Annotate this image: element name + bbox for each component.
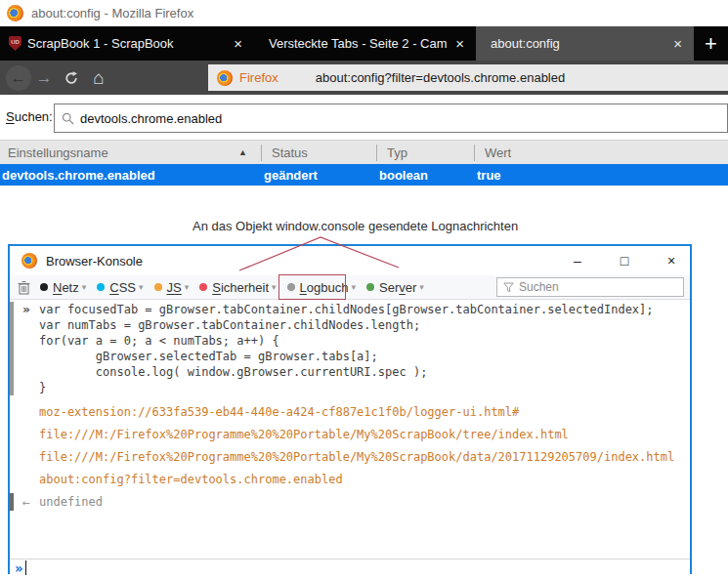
result-value: undefined	[39, 495, 103, 509]
result-arrow-icon: ←	[14, 495, 39, 510]
column-header-wert[interactable]: Wert	[474, 145, 728, 161]
echoed-code-line: for(var a = 0; a < numTabs; a++) {	[39, 333, 654, 349]
chevron-down-icon: ▾	[351, 282, 356, 292]
console-filter-logbuch[interactable]: Logbuch▾	[287, 280, 356, 295]
tab-close-icon[interactable]: ×	[670, 35, 685, 52]
echoed-code-line: }	[39, 380, 654, 395]
console-filter-netz[interactable]: Netz▾	[40, 280, 86, 295]
browser-console-window: Browser-Konsole – □ × Netz▾CSS▾JS▾Sicher…	[8, 244, 692, 574]
tab-bar: UD ScrapBook 1 - ScrapBook × Versteckte …	[0, 26, 728, 61]
back-button[interactable]: ←	[6, 65, 31, 91]
navigation-toolbar: ← → ⌂ Firefox about:config?filter=devtoo…	[0, 61, 728, 95]
echoed-code-line: gBrowser.selectedTab = gBrowser.tabs[a];	[39, 349, 654, 364]
config-table-header: Einstellungsname ▲ Status Typ Wert	[0, 140, 728, 164]
column-header-typ[interactable]: Typ	[376, 145, 474, 161]
reload-button[interactable]	[59, 65, 84, 91]
pref-name: devtools.chrome.enabled	[0, 168, 261, 183]
minimize-button[interactable]: –	[567, 253, 588, 269]
chevron-down-icon: ▾	[185, 282, 190, 292]
filter-label: Server	[379, 280, 416, 295]
firefox-icon	[21, 253, 37, 269]
console-messages: » var focusedTab = gBrowser.tabContainer…	[10, 300, 690, 576]
column-header-status[interactable]: Status	[261, 145, 376, 161]
console-log-message[interactable]: file:///M:/Firefox%20Programme%20%20Port…	[10, 424, 690, 446]
annotation-text: An das Objekt window.console gesendete L…	[193, 219, 518, 233]
console-titlebar[interactable]: Browser-Konsole – □ ×	[10, 246, 690, 275]
window-titlebar: about:config - Mozilla Firefox	[0, 0, 728, 26]
input-echo-prompt-icon: »	[14, 302, 39, 395]
filter-color-dot-icon	[366, 283, 374, 291]
console-input-echo: » var focusedTab = gBrowser.tabContainer…	[10, 302, 690, 395]
pref-value: true	[474, 168, 728, 183]
console-log-output: moz-extension://633fa539-eb44-440e-a424-…	[10, 401, 690, 491]
sort-asc-icon: ▲	[238, 147, 247, 157]
tab-versteckte-tabs[interactable]: Versteckte Tabs - Seite 2 - Camp Fir ×	[254, 26, 476, 61]
echoed-code-line: var focusedTab = gBrowser.tabContainer.c…	[39, 302, 654, 317]
column-header-name[interactable]: Einstellungsname ▲	[0, 145, 261, 161]
console-filter-buttons: Netz▾CSS▾JS▾Sicherheit▾Logbuch▾Server▾	[40, 280, 424, 295]
console-input-line[interactable]: »	[10, 559, 690, 576]
console-result-row: ← undefined	[10, 493, 690, 511]
url-bar[interactable]: Firefox about:config?filter=devtools.chr…	[208, 64, 728, 91]
tab-label: ScrapBook 1 - ScrapBook	[27, 36, 225, 51]
home-button[interactable]: ⌂	[86, 65, 111, 91]
console-filter-server[interactable]: Server▾	[366, 280, 424, 295]
config-search-label: Suchen:	[6, 109, 53, 124]
filter-label: CSS	[109, 280, 136, 295]
window-title: about:config - Mozilla Firefox	[31, 6, 193, 21]
tab-label: Versteckte Tabs - Seite 2 - Camp Fir	[269, 36, 447, 51]
echoed-code-line: console.log( window.gBrowser.currentURI.…	[39, 364, 654, 380]
new-tab-button[interactable]: +	[694, 26, 728, 61]
console-prompt-icon: »	[15, 560, 22, 576]
console-filter-css[interactable]: CSS▾	[97, 280, 143, 295]
filter-color-dot-icon	[287, 283, 295, 291]
tab-about-config-active[interactable]: about:config ×	[476, 26, 694, 61]
echoed-code-line: var numTabs = gBrowser.tabContainer.chil…	[39, 317, 654, 333]
tab-close-icon[interactable]: ×	[452, 35, 467, 52]
trash-icon[interactable]	[18, 280, 30, 295]
console-filter-sicherheit[interactable]: Sicherheit▾	[199, 280, 276, 295]
url-text[interactable]: about:config?filter=devtools.chrome.enab…	[316, 70, 565, 85]
chevron-down-icon: ▾	[139, 282, 144, 292]
console-filter-js[interactable]: JS▾	[154, 280, 190, 295]
filter-color-dot-icon	[199, 283, 207, 291]
reload-icon	[64, 70, 79, 86]
filter-funnel-icon	[503, 282, 514, 293]
firefox-badge-icon	[217, 70, 233, 86]
console-search-input[interactable]	[519, 280, 675, 294]
tab-close-icon[interactable]: ×	[231, 35, 245, 52]
filter-color-dot-icon	[97, 283, 105, 291]
search-icon	[62, 112, 74, 125]
chevron-down-icon: ▾	[419, 282, 424, 292]
filter-label: Netz	[53, 280, 79, 295]
firefox-brand-label: Firefox	[239, 70, 278, 85]
close-button[interactable]: ×	[661, 253, 682, 269]
filter-color-dot-icon	[40, 283, 48, 291]
config-search-input[interactable]	[80, 111, 666, 126]
text-cursor	[25, 560, 26, 575]
tab-label: about:config	[491, 36, 664, 51]
config-search-box[interactable]	[54, 104, 728, 133]
pref-status: geändert	[261, 168, 376, 183]
pref-type: boolean	[376, 168, 474, 183]
chevron-down-icon: ▾	[82, 282, 87, 292]
scrapbook-shield-icon: UD	[9, 36, 21, 51]
console-title: Browser-Konsole	[46, 254, 541, 269]
forward-button[interactable]: →	[31, 65, 57, 91]
config-row-selected[interactable]: devtools.chrome.enabled geändert boolean…	[0, 164, 728, 186]
console-search-box[interactable]	[496, 277, 684, 297]
maximize-button[interactable]: □	[614, 253, 635, 269]
filter-label: Logbuch	[300, 280, 349, 295]
tab-scrapbook[interactable]: UD ScrapBook 1 - ScrapBook ×	[0, 26, 254, 61]
console-log-message[interactable]: file:///M:/Firefox%20Programme%20%20Port…	[10, 446, 690, 469]
firefox-icon	[7, 5, 23, 21]
echoed-code: var focusedTab = gBrowser.tabContainer.c…	[39, 302, 654, 395]
console-log-message[interactable]: moz-extension://633fa539-eb44-440e-a424-…	[10, 401, 690, 424]
chevron-down-icon: ▾	[272, 282, 277, 292]
console-log-message[interactable]: about:config?filter=devtools.chrome.enab…	[10, 469, 690, 491]
filter-label: Sicherheit	[212, 280, 269, 295]
console-toolbar: Netz▾CSS▾JS▾Sicherheit▾Logbuch▾Server▾	[10, 275, 690, 300]
filter-label: JS	[167, 280, 182, 295]
filter-color-dot-icon	[154, 283, 162, 291]
